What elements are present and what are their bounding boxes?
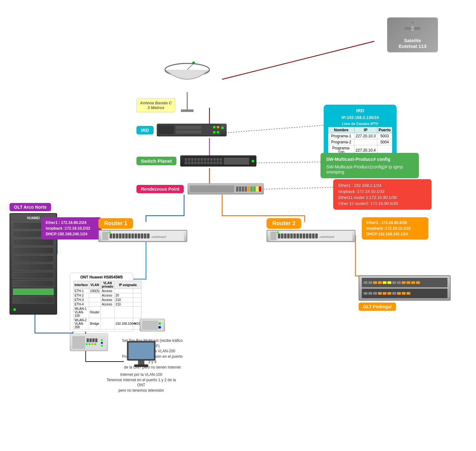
svg-rect-98 — [89, 338, 92, 342]
rp-area: Rendezvous Point — [136, 183, 264, 194]
table-row: ETH-2 Acceso 20 — [74, 293, 142, 298]
satellite-box: Satelite Eutelsat 113 — [387, 17, 438, 52]
svg-point-21 — [213, 131, 215, 134]
ird-ip: IP:192.168.2.136/24 — [328, 115, 392, 120]
computer-area: Internet por la VLAN-100 Tenemos Interne… — [105, 339, 178, 393]
svg-rect-97 — [87, 338, 89, 342]
svg-rect-82 — [284, 233, 287, 239]
svg-rect-51 — [190, 186, 234, 193]
svg-rect-60 — [259, 186, 261, 192]
olt-norte-badge: OLT Arco Norte — [10, 203, 51, 211]
router2-badge: Router 2 — [267, 218, 301, 229]
rp-line1: Ether1 : 192.168.2.1/24 — [338, 183, 426, 188]
svg-rect-68 — [125, 233, 128, 239]
svg-rect-81 — [281, 233, 283, 239]
ont-device-image — [70, 334, 108, 351]
switch-planet-area: Switch Planet — [136, 155, 256, 167]
svg-rect-69 — [128, 233, 131, 239]
svg-rect-90 — [309, 233, 312, 239]
svg-rect-33 — [213, 158, 216, 161]
r2-line3: DHCP:192.168.242.1/24 — [366, 232, 424, 236]
svg-point-104 — [94, 343, 96, 345]
config-line2: SW-Multicast-Producc(config)# ip igmp sn… — [326, 164, 413, 174]
col-ip: IP — [354, 127, 377, 133]
svg-rect-32 — [210, 158, 213, 161]
svg-rect-31 — [207, 158, 209, 161]
rp-badge: Rendezvous Point — [136, 185, 184, 193]
svg-text:routerboard: routerboard — [151, 235, 166, 239]
svg-rect-99 — [92, 338, 95, 342]
svg-rect-5 — [405, 28, 410, 29]
svg-rect-88 — [303, 233, 305, 239]
router2-device: routerboard — [267, 230, 355, 242]
svg-rect-55 — [245, 186, 247, 192]
svg-point-12 — [192, 62, 195, 64]
computer-icon — [125, 339, 157, 365]
svg-rect-64 — [113, 233, 115, 239]
svg-rect-92 — [315, 233, 318, 239]
svg-rect-17 — [176, 126, 202, 129]
ird-table-title: Liste de Canales IPTV — [328, 122, 392, 126]
svg-rect-86 — [296, 233, 299, 239]
svg-rect-38 — [191, 161, 194, 164]
svg-point-101 — [86, 343, 88, 345]
svg-rect-67 — [122, 233, 125, 239]
svg-rect-30 — [204, 158, 206, 161]
svg-rect-16 — [158, 125, 174, 134]
svg-rect-70 — [131, 233, 134, 239]
svg-rect-18 — [176, 130, 202, 134]
svg-rect-36 — [185, 161, 187, 164]
svg-rect-35 — [220, 158, 222, 161]
svg-rect-79 — [270, 232, 277, 240]
r1-line2: loopback :172.18.10.2/32 — [46, 226, 97, 231]
router1-device: routerboard — [98, 230, 187, 242]
svg-rect-29 — [201, 158, 203, 161]
computer-label: Internet por la VLAN-100 Tenemos Interne… — [105, 367, 178, 393]
rp-info-box: Ether1 : 192.168.2.1/24 loopback :172.18… — [333, 179, 432, 210]
ird-device-area: IRD — [136, 124, 227, 136]
svg-rect-52 — [236, 186, 238, 192]
svg-rect-34 — [216, 158, 219, 161]
svg-rect-43 — [207, 161, 209, 164]
svg-rect-42 — [204, 161, 206, 164]
svg-rect-85 — [294, 233, 296, 239]
svg-rect-40 — [197, 161, 200, 164]
svg-rect-96 — [72, 336, 85, 349]
r1-line3: DHCP:192.168.240.1/24 — [46, 232, 97, 236]
switch-config-box: SW-Multicast-Producc# config SW-Multicas… — [321, 153, 419, 178]
svg-rect-27 — [194, 158, 197, 161]
svg-rect-57 — [250, 186, 253, 192]
svg-point-93 — [277, 231, 279, 233]
svg-rect-113 — [129, 343, 154, 359]
svg-rect-89 — [306, 233, 308, 239]
switch-badge: Switch Planet — [136, 157, 176, 165]
switch-device — [180, 155, 256, 167]
svg-rect-63 — [110, 233, 112, 239]
svg-point-19 — [213, 126, 215, 128]
svg-rect-26 — [191, 158, 194, 161]
svg-rect-41 — [201, 161, 203, 164]
svg-point-22 — [217, 131, 219, 134]
svg-rect-47 — [220, 161, 222, 164]
olt-pedregal-area: OLT Pedregal — [359, 275, 451, 311]
svg-rect-73 — [141, 233, 143, 239]
svg-point-110 — [158, 322, 161, 325]
svg-rect-44 — [210, 161, 213, 164]
col-nombre: Nombre — [328, 127, 354, 133]
r1-line1: Ether1 : 172.16.90.2/24 — [46, 220, 97, 225]
svg-line-0 — [222, 41, 374, 79]
ird-badge: IRD — [136, 126, 154, 134]
svg-point-102 — [89, 343, 90, 345]
table-row: WLAN-1 VLAN-100 Router — [74, 307, 142, 318]
svg-rect-83 — [287, 233, 290, 239]
rp-line2: loopback :172.18.10.1/32 — [338, 189, 426, 194]
olt-pedregal-badge: OLT Pedregal — [359, 303, 396, 311]
svg-rect-75 — [147, 233, 149, 239]
svg-text:routerboard: routerboard — [320, 235, 334, 239]
svg-rect-39 — [194, 161, 197, 164]
svg-rect-49 — [224, 158, 249, 165]
svg-rect-37 — [188, 161, 190, 164]
svg-rect-46 — [216, 161, 219, 164]
antenna-label: Antena Banda C 3 Metros — [136, 98, 175, 112]
svg-rect-8 — [412, 23, 413, 26]
